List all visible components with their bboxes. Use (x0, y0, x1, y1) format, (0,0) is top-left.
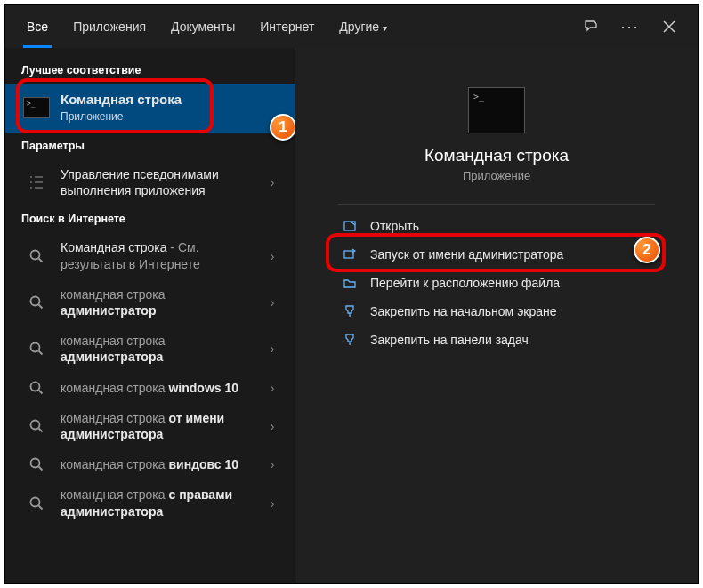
close-button[interactable] (650, 7, 689, 46)
folder-icon (340, 276, 360, 290)
feedback-button[interactable] (571, 7, 610, 46)
tab-documents[interactable]: Документы (158, 5, 247, 48)
chevron-down-icon: ▾ (383, 23, 387, 33)
web-result-label: командная строка виндовс 10 (61, 456, 263, 472)
web-result-item[interactable]: Командная строка - См. результаты в Инте… (5, 232, 295, 278)
pin-taskbar-icon (340, 333, 360, 347)
preview-panel: Командная строка Приложение Открыть Запу… (295, 48, 698, 583)
svg-rect-8 (344, 251, 353, 258)
chevron-right-icon: › (263, 295, 282, 310)
chevron-right-icon: › (263, 175, 282, 189)
web-result-label: командная строка с правами администратор… (61, 487, 263, 519)
web-result-label: командная строка администратор (61, 286, 263, 318)
divider (338, 204, 655, 205)
open-icon (340, 219, 360, 233)
svg-point-0 (31, 250, 40, 259)
web-result-item[interactable]: командная строка администратора› (5, 326, 295, 372)
search-icon (21, 294, 52, 310)
search-window: Все Приложения Документы Интернет Другие… (4, 4, 699, 584)
chevron-right-icon: › (263, 457, 282, 471)
action-pin-taskbar[interactable]: Закрепить на панели задач (311, 326, 682, 354)
web-result-label: Командная строка - См. результаты в Инте… (61, 239, 263, 271)
options-button[interactable]: ··· (610, 7, 650, 46)
svg-point-3 (31, 382, 40, 391)
annotation-badge-2: 2 (634, 237, 660, 263)
web-result-label: командная строка windows 10 (61, 380, 263, 396)
action-pin-taskbar-label: Закрепить на панели задач (370, 333, 529, 347)
best-match-title: Командная строка (61, 91, 282, 109)
chevron-right-icon: › (263, 496, 282, 511)
chevron-right-icon: › (263, 419, 282, 433)
section-best-match: Лучшее соответствие (5, 57, 295, 84)
web-result-label: командная строка администратора (61, 333, 263, 365)
action-open-location[interactable]: Перейти к расположению файла (311, 269, 682, 297)
search-icon (21, 495, 52, 511)
settings-item-aliases[interactable]: Управление псевдонимами выполнения прило… (5, 159, 295, 205)
action-run-as-admin-label: Запуск от имени администратора (370, 247, 563, 262)
admin-icon (340, 247, 360, 262)
web-result-item[interactable]: командная строка с правами администратор… (5, 479, 295, 526)
chevron-right-icon: › (263, 342, 282, 356)
cmd-icon (23, 97, 50, 118)
svg-point-5 (31, 459, 40, 468)
svg-point-4 (31, 420, 40, 429)
section-settings: Параметры (5, 133, 295, 159)
web-result-item[interactable]: командная строка администратор› (5, 279, 295, 326)
svg-rect-7 (344, 222, 355, 230)
tab-all[interactable]: Все (14, 5, 61, 48)
web-result-item[interactable]: командная строка от имени администратора… (5, 403, 295, 449)
chevron-right-icon: › (263, 381, 282, 395)
action-pin-start[interactable]: Закрепить на начальном экране (311, 297, 682, 326)
chevron-right-icon: › (263, 249, 282, 263)
preview-app-icon (468, 87, 525, 133)
action-open-location-label: Перейти к расположению файла (370, 276, 560, 290)
tab-apps[interactable]: Приложения (61, 5, 158, 48)
svg-point-2 (31, 343, 40, 352)
action-pin-start-label: Закрепить на начальном экране (370, 304, 557, 318)
action-open[interactable]: Открыть (311, 212, 682, 240)
search-icon (21, 380, 52, 396)
search-icon (21, 418, 52, 434)
action-run-as-admin[interactable]: Запуск от имени администратора (311, 240, 682, 269)
section-web-search: Поиск в Интернете (5, 205, 295, 232)
pin-start-icon (340, 304, 360, 318)
search-icon (21, 341, 52, 357)
preview-subtitle: Приложение (311, 169, 682, 182)
settings-item-label: Управление псевдонимами выполнения прило… (61, 166, 263, 198)
tab-web[interactable]: Интернет (247, 5, 327, 48)
filter-tabs: Все Приложения Документы Интернет Другие… (5, 5, 698, 48)
web-result-label: командная строка от имени администратора (61, 410, 263, 442)
results-panel: Лучшее соответствие Командная строка При… (5, 48, 295, 583)
web-result-item[interactable]: командная строка windows 10› (5, 373, 295, 403)
aliases-icon (21, 173, 52, 191)
preview-title: Командная строка (311, 146, 682, 165)
best-match-subtitle: Приложение (61, 110, 282, 125)
search-icon (21, 456, 52, 472)
tab-more[interactable]: Другие▾ (327, 5, 400, 48)
best-match-item[interactable]: Командная строка Приложение 1 (5, 84, 295, 133)
action-open-label: Открыть (370, 219, 419, 233)
svg-point-1 (31, 297, 40, 306)
svg-point-6 (31, 497, 40, 506)
annotation-badge-1: 1 (270, 114, 295, 141)
search-icon (21, 248, 52, 264)
web-result-item[interactable]: командная строка виндовс 10› (5, 449, 295, 479)
